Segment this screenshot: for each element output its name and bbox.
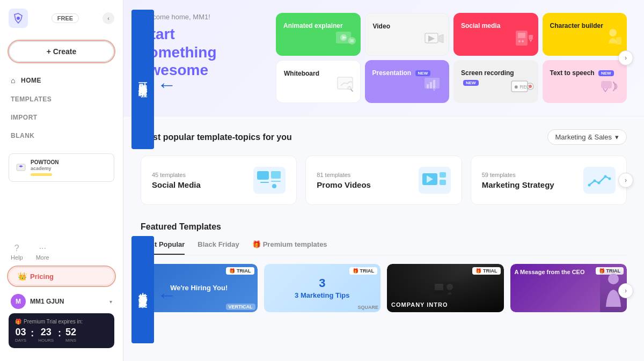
days-label: DAYS: [15, 338, 26, 343]
video-label: Video: [373, 23, 390, 30]
topics-filter-dropdown[interactable]: Marketing & Sales ▾: [547, 129, 627, 145]
help-more-row: ? Help ··· More: [9, 237, 114, 267]
character-builder-icon: [601, 27, 623, 51]
svg-rect-19: [427, 84, 429, 89]
user-initial: M: [16, 298, 21, 305]
svg-rect-34: [440, 172, 446, 178]
annotation-box-1-wrapper: 可以開始使用啦 ←: [131, 10, 177, 149]
hero-card-character-builder[interactable]: Character builder: [543, 13, 627, 56]
gift-tab-icon: 🎁: [252, 240, 261, 248]
sidebar-templates-label: TEMPLATES: [11, 95, 52, 103]
filter-label: Marketing & Sales: [555, 133, 612, 141]
promo-videos-name: Promo Videos: [317, 180, 409, 189]
hours-number: 23: [41, 327, 52, 338]
company-trial-badge: 🎁 TRIAL: [472, 267, 501, 275]
help-button[interactable]: ? Help: [11, 244, 23, 261]
topics-next-button[interactable]: ›: [618, 173, 633, 188]
hero-card-presentation[interactable]: Presentation NEW: [365, 60, 450, 103]
promo-videos-thumb: [419, 167, 451, 194]
video-icon: [424, 31, 444, 51]
timer-sep-2: :: [58, 328, 61, 339]
sidebar-bottom: ? Help ··· More 👑 Pricing M MM1 GJUN ▾ 🎁…: [0, 237, 123, 352]
presentation-label: Presentation NEW: [372, 69, 431, 77]
hero-card-social-media[interactable]: Social media: [453, 13, 538, 56]
hero-section: Welcome home, MM1! Start something aweso…: [123, 0, 644, 116]
svg-point-38: [594, 180, 596, 182]
annotation-box-2-wrapper: 也有付費方案喔 ←: [131, 236, 177, 343]
timer-hours: 23 HOURS: [38, 327, 54, 343]
topic-card-promo-videos[interactable]: 81 templates Promo Videos: [305, 156, 462, 205]
timer-days: 03 DAYS: [15, 327, 26, 343]
gift-icon: 🎁: [15, 319, 21, 325]
topic-marketing-strategy-info: 59 templates Marketing Strategy: [482, 172, 575, 189]
create-button[interactable]: + Create: [9, 41, 114, 62]
featured-section: Featured Templates Most Popular Black Fr…: [123, 218, 644, 330]
social-media-label: Social media: [461, 22, 500, 30]
trial-icon-tips: 🎁: [353, 268, 358, 274]
sidebar-item-import[interactable]: IMPORT: [0, 108, 123, 127]
text-to-speech-icon: [599, 78, 623, 99]
featured-card-marketing-tips[interactable]: 3 3 Marketing Tips 🎁 TRIAL SQUARE: [264, 264, 381, 318]
hiring-card-badge: VERTICAL: [226, 304, 255, 310]
home-icon: ⌂: [11, 76, 16, 85]
tab-premium-templates[interactable]: 🎁 Premium templates: [252, 240, 327, 255]
promo-videos-count: 81 templates: [317, 172, 409, 178]
help-label: Help: [11, 254, 23, 261]
marketing-strategy-thumb: [583, 167, 616, 194]
sidebar-import-label: IMPORT: [11, 114, 38, 121]
svg-text:⏺ REC: ⏺ REC: [514, 84, 530, 90]
timer-mins: 52 MINS: [65, 327, 76, 343]
hero-card-screen-recording[interactable]: Screen recording NEW ⏺ REC: [453, 60, 538, 103]
featured-card-company-intro[interactable]: COMPANY INTRO 🎁 TRIAL: [387, 264, 504, 318]
svg-point-11: [518, 40, 521, 42]
sidebar-item-home[interactable]: ⌂ HOME: [0, 71, 123, 90]
social-media-name: Social Media: [152, 180, 245, 189]
hero-card-text-to-speech[interactable]: Text to speech NEW: [543, 60, 627, 103]
svg-rect-20: [430, 82, 432, 89]
academy-widget[interactable]: POWTOON academy: [9, 153, 114, 182]
user-row[interactable]: M MM1 GJUN ▾: [9, 290, 114, 313]
pricing-label: Pricing: [30, 272, 54, 281]
svg-rect-29: [271, 171, 281, 179]
character-builder-label: Character builder: [550, 22, 603, 30]
sidebar-nav: ⌂ HOME TEMPLATES IMPORT BLANK: [0, 71, 123, 145]
hero-card-video[interactable]: Video: [365, 13, 450, 56]
screen-recording-label: Screen recording NEW: [461, 69, 514, 86]
topic-social-media-info: 45 templates Social Media: [152, 172, 245, 189]
svg-point-41: [609, 178, 611, 180]
svg-rect-6: [350, 39, 354, 42]
featured-card-message-ceo[interactable]: A Message from the CEO 🎁 TRIAL: [510, 264, 627, 318]
hiring-trial-badge: 🎁 TRIAL: [226, 267, 254, 275]
sidebar-item-blank[interactable]: BLANK: [0, 127, 123, 145]
svg-rect-26: [601, 81, 612, 89]
mins-label: MINS: [65, 338, 76, 343]
featured-title: Featured Templates: [141, 222, 627, 232]
trial-badge-icon: 🎁: [229, 268, 235, 274]
tips-trial-badge: 🎁 TRIAL: [349, 267, 378, 275]
sidebar-collapse-button[interactable]: ‹: [103, 12, 114, 24]
svg-rect-10: [518, 33, 525, 38]
sidebar: FREE ‹ + Create ⌂ HOME TEMPLATES IMPORT …: [0, 0, 123, 361]
more-button[interactable]: ··· More: [36, 244, 49, 261]
topics-section-header: Most popular template-topics for you Mar…: [141, 129, 627, 145]
social-media-count: 45 templates: [152, 172, 245, 178]
tab-black-friday[interactable]: Black Friday: [197, 240, 239, 255]
animated-explainer-icon: [335, 29, 356, 51]
svg-point-14: [609, 29, 617, 36]
svg-rect-30: [271, 181, 281, 182]
sidebar-item-templates[interactable]: TEMPLATES: [0, 90, 123, 108]
topic-promo-videos-info: 81 templates Promo Videos: [317, 172, 409, 189]
hero-cards-next-button[interactable]: ›: [618, 50, 633, 65]
tips-badge: SQUARE: [357, 305, 378, 310]
svg-rect-28: [260, 182, 269, 183]
hero-card-whiteboard[interactable]: Whiteboard: [276, 60, 361, 103]
pricing-button[interactable]: 👑 Pricing: [9, 267, 114, 285]
svg-point-45: [608, 274, 619, 284]
hero-card-animated-explainer[interactable]: Animated explainer: [276, 13, 361, 56]
topic-card-social-media[interactable]: 45 templates Social Media: [141, 156, 297, 205]
text-to-speech-new-badge: NEW: [598, 70, 614, 76]
trial-icon-company: 🎁: [475, 268, 481, 274]
topic-card-marketing-strategy[interactable]: 59 templates Marketing Strategy: [471, 156, 627, 205]
featured-cards-next-button[interactable]: ›: [618, 283, 633, 298]
presentation-new-badge: NEW: [415, 70, 431, 76]
